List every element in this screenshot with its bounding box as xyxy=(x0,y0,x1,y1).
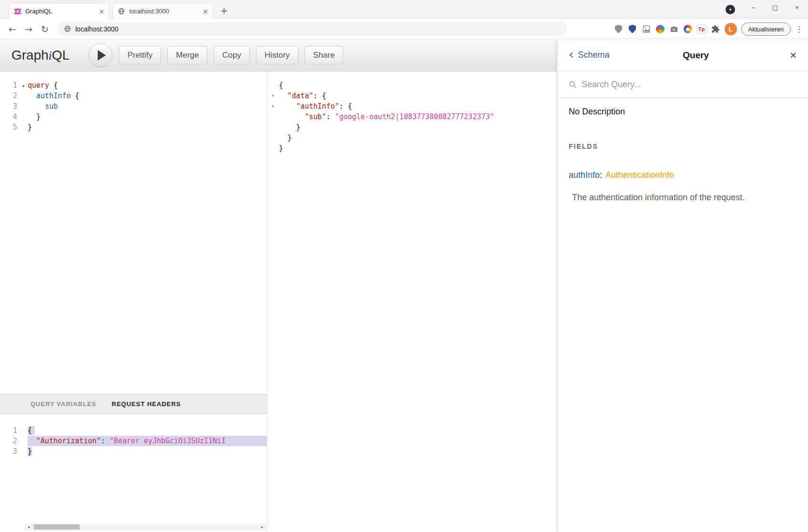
browser-window: GraphiQL × localhost:3000 × + ▾ – □ × ← … xyxy=(0,0,808,532)
code-line: 2 authInfo { xyxy=(0,91,267,101)
code-line: "sub": "google-oauth2|108377380082777232… xyxy=(267,112,557,122)
scrollbar-thumb[interactable] xyxy=(34,524,80,530)
browser-toolbar: ← → ↻ localhost:3000 Tp L Aktuali xyxy=(0,19,808,39)
chevron-left-icon: ‹ xyxy=(569,50,573,59)
result-viewer: { ▾ "data": { ▾ "authInfo": { "sub": "go… xyxy=(267,72,557,532)
scrollbar-left-arrow-icon[interactable]: ◂ xyxy=(25,523,32,531)
doc-search-input[interactable] xyxy=(582,80,797,90)
doc-explorer-panel: ‹ Schema Query × No Description FIELDS a… xyxy=(557,39,808,532)
fold-arrow-icon[interactable]: ▾ xyxy=(267,101,279,112)
line-number: 1 xyxy=(0,425,19,436)
code-line: 1 { xyxy=(0,425,267,436)
code-line: 4 } xyxy=(0,112,267,122)
query-editor-pane: 1 ▾ query { 2 authInfo { 3 sub xyxy=(0,72,267,532)
code-line: 3 } xyxy=(0,446,267,457)
extensions-area: Tp L Aktualisieren ⋮ xyxy=(614,19,803,39)
tab-graphiql[interactable]: GraphiQL × xyxy=(9,3,110,19)
fields-section-title: FIELDS xyxy=(569,143,797,150)
globe-icon xyxy=(64,25,71,32)
code-line: 5 } xyxy=(0,122,267,133)
new-tab-button[interactable]: + xyxy=(218,5,230,16)
camera-extension-icon[interactable] xyxy=(669,24,679,34)
tab-close-icon[interactable]: × xyxy=(99,8,104,15)
tab-title: GraphiQL xyxy=(25,8,95,15)
scrollbar-right-arrow-icon[interactable]: ▸ xyxy=(258,523,266,531)
type-authenticationinfo-link[interactable]: AuthenticationInfo xyxy=(605,170,674,180)
tab-close-icon[interactable]: × xyxy=(203,8,208,15)
code-line: 3 sub xyxy=(0,101,267,112)
screenshot-extension-icon[interactable] xyxy=(642,24,651,34)
fold-arrow-icon[interactable]: ▾ xyxy=(267,91,279,101)
back-button[interactable]: ← xyxy=(6,24,19,34)
play-icon xyxy=(98,50,106,61)
search-icon xyxy=(569,81,577,89)
field-row: authInfo:AuthenticationInfo xyxy=(569,170,797,180)
line-number: 2 xyxy=(0,436,19,446)
doc-back-label: Schema xyxy=(578,50,609,60)
aktualisieren-button[interactable]: Aktualisieren xyxy=(741,22,791,36)
code-line: { xyxy=(267,80,557,91)
no-description-text: No Description xyxy=(569,107,797,117)
globe-icon xyxy=(118,8,125,15)
url-bar[interactable]: localhost:3000 xyxy=(57,22,567,36)
request-headers-editor[interactable]: 1 { 2 "Authorization": "Bearer eyJhbGciO… xyxy=(0,414,267,532)
execute-button[interactable] xyxy=(89,43,113,67)
field-authinfo-link[interactable]: authInfo xyxy=(569,170,600,180)
scrollbar-track[interactable] xyxy=(32,523,258,531)
doc-body: No Description FIELDS authInfo:Authentic… xyxy=(557,98,808,211)
line-number: 4 xyxy=(0,112,19,122)
aktualisieren-label: Aktualisieren xyxy=(748,26,784,33)
avatar-letter: L xyxy=(729,26,733,33)
maximize-button[interactable]: □ xyxy=(764,0,786,14)
doc-search xyxy=(557,72,808,98)
line-number: 3 xyxy=(0,101,19,112)
horizontal-scrollbar[interactable]: ◂ ▸ xyxy=(25,523,266,531)
field-description: The authentication information of the re… xyxy=(572,193,797,203)
code-line: 2 "Authorization": "Bearer eyJhbGciOiJSU… xyxy=(0,436,267,446)
code-line: ▾ "authInfo": { xyxy=(267,101,557,112)
doc-close-button[interactable]: × xyxy=(782,51,797,60)
minimize-button[interactable]: – xyxy=(742,0,764,14)
doc-title: Query xyxy=(609,50,782,61)
doc-back-button[interactable]: ‹ Schema xyxy=(569,50,609,60)
line-number: 5 xyxy=(0,122,19,133)
prettify-button[interactable]: Prettify xyxy=(119,46,161,64)
graphiql-toolbar: GraphiQL Prettify Merge Copy History Sha… xyxy=(0,39,557,72)
profile-avatar[interactable]: L xyxy=(725,23,737,35)
share-button[interactable]: Share xyxy=(305,46,343,64)
tab-query-variables[interactable]: QUERY VARIABLES xyxy=(31,400,96,408)
code-line: } xyxy=(267,122,557,133)
code-line: } xyxy=(267,143,557,153)
code-line: 1 ▾ query { xyxy=(0,80,267,91)
tab-localhost[interactable]: localhost:3000 × xyxy=(113,3,214,19)
code-line: ▾ "data": { xyxy=(267,91,557,101)
tab-strip: GraphiQL × localhost:3000 × + ▾ – □ × xyxy=(0,0,808,19)
merge-button[interactable]: Merge xyxy=(167,46,207,64)
tp-extension-icon[interactable]: Tp xyxy=(697,24,706,34)
tab-request-headers[interactable]: REQUEST HEADERS xyxy=(112,400,181,408)
window-controls: – □ × xyxy=(742,0,808,14)
field-colon: : xyxy=(600,170,602,180)
line-number: 1 xyxy=(0,80,19,91)
code-line: } xyxy=(267,133,557,143)
history-button[interactable]: History xyxy=(256,46,298,64)
colorwheel-extension-icon[interactable] xyxy=(683,24,693,34)
window-close-button[interactable]: × xyxy=(786,0,808,14)
tab-search-button[interactable]: ▾ xyxy=(726,5,735,14)
copy-button[interactable]: Copy xyxy=(214,46,250,64)
forward-button[interactable]: → xyxy=(22,24,35,34)
extensions-puzzle-icon[interactable] xyxy=(711,24,720,34)
line-number: 3 xyxy=(0,446,19,457)
browser-menu-icon[interactable]: ⋮ xyxy=(795,24,803,34)
query-editor[interactable]: 1 ▾ query { 2 authInfo { 3 sub xyxy=(0,72,267,394)
line-number: 2 xyxy=(0,91,19,101)
colorful-extension-icon[interactable] xyxy=(655,24,665,34)
tab-title: localhost:3000 xyxy=(129,8,199,15)
graphiql-logo: GraphiQL xyxy=(11,48,70,63)
adblock-shield-icon[interactable] xyxy=(614,24,624,34)
fold-arrow-icon[interactable]: ▾ xyxy=(22,83,24,89)
chevron-down-icon: ▾ xyxy=(729,8,732,12)
privacy-shield-icon[interactable] xyxy=(628,24,637,34)
doc-explorer-header: ‹ Schema Query × xyxy=(557,39,808,72)
reload-button[interactable]: ↻ xyxy=(38,24,51,34)
